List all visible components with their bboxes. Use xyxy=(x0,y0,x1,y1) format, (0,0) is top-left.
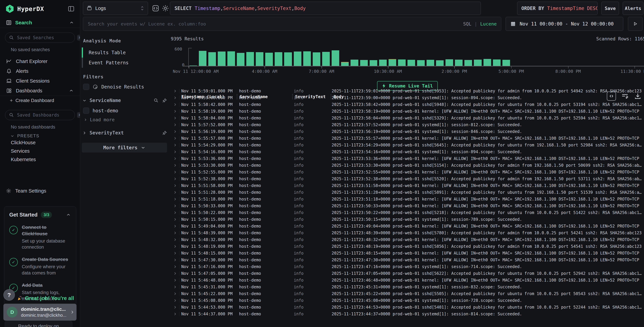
histogram-bar[interactable] xyxy=(493,60,500,66)
row-expand-icon[interactable] xyxy=(171,278,179,282)
table-row[interactable]: Nov 11 5:45:22.000 PMhost-demoinfo2025-1… xyxy=(171,290,644,297)
deploy-banner[interactable]: Ready to deploy on xyxy=(5,320,72,327)
event-search-field[interactable] xyxy=(88,21,463,27)
table-row[interactable]: Nov 11 5:58:19.000 PMhost-demoinfo2025-1… xyxy=(171,108,644,115)
search-icon[interactable] xyxy=(154,98,159,103)
sidebar-collapse-icon[interactable] xyxy=(68,5,75,12)
row-expand-icon[interactable] xyxy=(171,298,179,302)
table-row[interactable]: Nov 11 5:45:31.000 PMhost-demoinfo2025-1… xyxy=(171,284,644,290)
alerts-button[interactable]: Alerts xyxy=(623,2,643,15)
histogram-bar[interactable] xyxy=(341,62,349,66)
tab-results-table[interactable]: Results Table xyxy=(82,48,167,58)
histogram-bar[interactable] xyxy=(322,52,330,66)
event-search-input[interactable]: SQL | Lucene xyxy=(83,17,501,31)
lucene-toggle[interactable]: Lucene xyxy=(480,21,497,26)
sidebar-item-search[interactable]: Search xyxy=(0,18,80,28)
row-expand-icon[interactable] xyxy=(171,164,179,167)
table-row[interactable]: Nov 11 5:58:42.000 PMhost-demoinfo2025-1… xyxy=(171,101,644,108)
histogram-bar[interactable] xyxy=(474,60,482,66)
row-expand-icon[interactable] xyxy=(171,312,179,316)
load-more-button[interactable]: Load more xyxy=(84,117,167,122)
row-expand-icon[interactable] xyxy=(171,292,179,296)
histogram-bar[interactable] xyxy=(370,60,377,66)
table-row[interactable]: Nov 11 5:48:39.000 PMhost-demoinfo2025-1… xyxy=(171,230,644,236)
saved-dashboards-field[interactable] xyxy=(17,112,74,118)
help-button[interactable]: ? xyxy=(4,289,15,301)
row-expand-icon[interactable] xyxy=(171,272,179,275)
presets-toggle[interactable]: PRESETS xyxy=(10,134,80,138)
table-row[interactable]: Nov 11 5:58:04.000 PMhost-demoinfo2025-1… xyxy=(171,115,644,122)
histogram-bar[interactable] xyxy=(464,60,472,66)
filter-group-servicename[interactable]: ServiceName xyxy=(82,98,167,103)
row-expand-icon[interactable] xyxy=(171,306,179,309)
save-button[interactable]: Save xyxy=(602,2,619,15)
preset-item-clickhouse[interactable]: ClickHouse xyxy=(0,138,80,147)
histogram-bar[interactable] xyxy=(455,60,462,66)
table-row[interactable]: Nov 11 5:53:36.000 PMhost-demoinfo2025-1… xyxy=(171,155,644,162)
table-row[interactable]: Nov 11 5:48:32.000 PMhost-demoinfo2025-1… xyxy=(171,236,644,243)
table-row[interactable]: Nov 11 5:48:15.000 PMhost-demoinfo2025-1… xyxy=(171,250,644,256)
table-row[interactable]: Nov 11 5:46:48.000 PMhost-demoinfo2025-1… xyxy=(171,277,644,284)
create-dashboard-button[interactable]: + Create Dashboard xyxy=(0,96,80,105)
table-row[interactable]: Nov 11 5:52:55.000 PMhost-demoinfo2025-1… xyxy=(171,169,644,176)
row-expand-icon[interactable] xyxy=(171,190,179,194)
table-row[interactable]: Nov 11 5:59:01.000 PMhost-demoinfo2025-1… xyxy=(171,88,644,94)
source-select[interactable]: Logs xyxy=(83,2,148,15)
histogram-bar[interactable] xyxy=(446,59,453,66)
checkbox-icon[interactable] xyxy=(83,84,89,90)
row-expand-icon[interactable] xyxy=(171,244,179,248)
preset-item-services[interactable]: Services xyxy=(0,147,80,155)
table-row[interactable]: Nov 11 5:57:52.000 PMhost-demoinfo2025-1… xyxy=(171,122,644,128)
get-started-step[interactable]: ✓ Connect to ClickHouse Set up your data… xyxy=(9,224,71,250)
saved-dashboards-input[interactable]: ⌘K xyxy=(5,110,75,120)
histogram-bar[interactable] xyxy=(484,59,491,66)
row-expand-icon[interactable] xyxy=(171,211,179,214)
histogram-bar[interactable] xyxy=(379,60,387,66)
table-row[interactable]: Nov 11 5:49:04.000 PMhost-demoinfo2025-1… xyxy=(171,223,644,230)
histogram-bar[interactable] xyxy=(332,50,339,66)
histogram-bar[interactable] xyxy=(350,60,358,66)
histogram-bar[interactable] xyxy=(284,52,292,66)
histogram-bar[interactable] xyxy=(294,52,302,66)
run-query-button[interactable] xyxy=(628,17,642,31)
more-filters-button[interactable]: More filters xyxy=(82,143,167,152)
row-expand-icon[interactable] xyxy=(171,170,179,174)
row-expand-icon[interactable] xyxy=(171,204,179,208)
row-expand-icon[interactable] xyxy=(171,116,179,120)
row-expand-icon[interactable] xyxy=(171,123,179,127)
histogram-bar[interactable] xyxy=(246,52,254,66)
row-expand-icon[interactable] xyxy=(171,184,179,188)
table-row[interactable]: Nov 11 5:47:30.000 PMhost-demoinfo2025-1… xyxy=(171,256,644,263)
pin-icon[interactable] xyxy=(162,98,167,103)
histogram-bar[interactable] xyxy=(313,52,320,66)
row-expand-icon[interactable] xyxy=(171,110,179,113)
orderby-input[interactable]: ORDER BY TimestampTime DESC xyxy=(517,2,598,15)
histogram-bar[interactable] xyxy=(417,60,425,66)
histogram-bar[interactable] xyxy=(436,60,444,66)
table-row[interactable]: Nov 11 5:50:22.000 PMhost-demoinfo2025-1… xyxy=(171,209,644,216)
table-row[interactable]: Nov 11 5:59:00.000 PMhost-demoinfo2025-1… xyxy=(171,94,644,101)
sidebar-item-team-settings[interactable]: Team Settings xyxy=(0,186,80,196)
row-expand-icon[interactable] xyxy=(171,157,179,160)
table-row[interactable]: Nov 11 5:51:58.000 PMhost-demoinfo2025-1… xyxy=(171,182,644,189)
row-expand-icon[interactable] xyxy=(171,224,179,228)
saved-searches-field[interactable] xyxy=(17,35,74,40)
sql-editor-icon[interactable] xyxy=(151,4,160,13)
histogram-bar[interactable] xyxy=(208,52,216,66)
table-row[interactable]: Nov 11 5:44:53.000 PMhost-demoinfo2025-1… xyxy=(171,304,644,310)
histogram-bar[interactable] xyxy=(426,60,434,66)
histogram-bar[interactable] xyxy=(218,52,225,66)
table-row[interactable]: Nov 11 5:45:08.000 PMhost-demoinfo2025-1… xyxy=(171,297,644,304)
row-expand-icon[interactable] xyxy=(171,136,179,140)
histogram-bar[interactable] xyxy=(265,53,273,66)
table-row[interactable]: Nov 11 5:51:28.000 PMhost-demoinfo2025-1… xyxy=(171,189,644,196)
table-row[interactable]: Nov 11 5:53:30.000 PMhost-demoinfo2025-1… xyxy=(171,162,644,169)
sql-toggle[interactable]: SQL xyxy=(463,21,471,26)
table-row[interactable]: Nov 11 5:54:29.000 PMhost-demoinfo2025-1… xyxy=(171,142,644,148)
pin-icon[interactable] xyxy=(162,130,167,136)
table-row[interactable]: Nov 11 5:47:16.000 PMhost-demoinfo2025-1… xyxy=(171,263,644,270)
histogram-plot[interactable] xyxy=(189,48,644,66)
tab-event-patterns[interactable]: Event Patterns xyxy=(82,58,167,68)
histogram-bar[interactable] xyxy=(256,52,264,66)
row-expand-icon[interactable] xyxy=(171,238,179,242)
